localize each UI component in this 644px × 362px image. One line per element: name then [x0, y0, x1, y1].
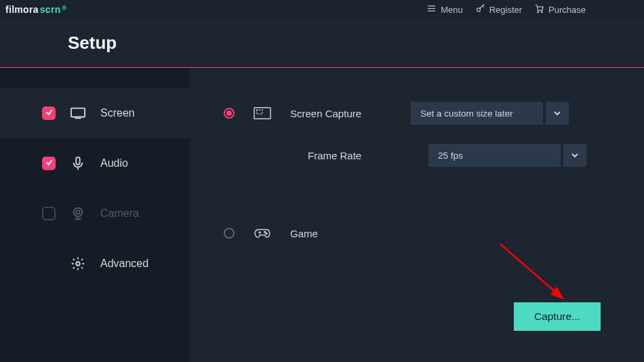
page-title: Setup: [68, 33, 117, 54]
sidebar-item-label: Advanced: [100, 258, 148, 270]
frame-rate-value: 25 fps: [428, 144, 561, 167]
camera-checkbox[interactable]: [42, 207, 56, 220]
svg-point-14: [76, 262, 80, 266]
microphone-icon: [71, 156, 85, 171]
screen-capture-value: Set a custom size later: [411, 102, 543, 125]
minimize-button[interactable]: [607, 4, 618, 15]
purchase-label: Purchase: [548, 5, 586, 15]
svg-rect-11: [76, 157, 80, 165]
close-button[interactable]: [628, 4, 639, 15]
sidebar: Screen Audio Camera Advanced: [0, 68, 190, 362]
screen-capture-radio[interactable]: [224, 108, 235, 119]
sidebar-item-label: Audio: [100, 157, 128, 169]
sidebar-item-camera[interactable]: Camera: [0, 188, 190, 239]
audio-checkbox[interactable]: [42, 157, 56, 170]
content-panel: Screen Capture Set a custom size later F…: [190, 68, 644, 362]
game-label: Game: [290, 228, 392, 239]
hamburger-icon: [426, 3, 437, 16]
logo-registered: ®: [62, 5, 67, 12]
svg-point-19: [264, 231, 266, 233]
app-logo: filmora scrn ®: [5, 4, 67, 15]
capture-button[interactable]: Capture...: [514, 302, 601, 331]
webcam-icon: [71, 206, 85, 221]
check-icon: [45, 157, 54, 169]
monitor-icon: [71, 106, 85, 121]
svg-line-21: [500, 244, 563, 298]
page-header: Setup: [0, 19, 644, 68]
cart-icon: [534, 3, 544, 16]
frame-rate-select[interactable]: 25 fps: [428, 144, 586, 167]
logo-text-right: scrn: [40, 4, 61, 15]
sidebar-item-audio[interactable]: Audio: [0, 138, 190, 188]
menu-button[interactable]: Menu: [426, 3, 463, 16]
check-icon: [45, 107, 54, 119]
game-radio[interactable]: [224, 228, 235, 239]
svg-rect-9: [71, 108, 85, 117]
annotation-arrow-icon: [495, 240, 576, 308]
sidebar-item-screen[interactable]: Screen: [0, 88, 190, 138]
frame-rate-label: Frame Rate: [308, 150, 409, 161]
register-button[interactable]: Register: [475, 3, 522, 16]
svg-point-20: [266, 233, 267, 235]
sidebar-item-label: Screen: [100, 107, 135, 119]
register-label: Register: [489, 5, 522, 15]
key-icon: [475, 3, 485, 16]
svg-point-4: [538, 12, 539, 13]
screen-capture-select[interactable]: Set a custom size later: [411, 102, 569, 125]
svg-point-13: [76, 210, 80, 214]
chevron-down-icon: [563, 144, 586, 167]
svg-point-12: [74, 208, 83, 217]
titlebar: filmora scrn ® Menu Register Purchase: [0, 0, 644, 19]
screen-capture-label: Screen Capture: [290, 108, 392, 119]
menu-label: Menu: [441, 5, 463, 15]
screen-checkbox[interactable]: [42, 106, 56, 120]
purchase-button[interactable]: Purchase: [534, 3, 586, 16]
svg-rect-16: [257, 110, 262, 114]
gear-icon: [71, 256, 85, 271]
logo-text-left: filmora: [5, 4, 39, 15]
chevron-down-icon: [546, 102, 569, 125]
sidebar-item-label: Camera: [100, 207, 139, 220]
sidebar-item-advanced[interactable]: Advanced: [0, 239, 190, 289]
screen-region-icon: [254, 106, 271, 120]
gamepad-icon: [254, 226, 271, 240]
svg-point-5: [541, 12, 542, 13]
